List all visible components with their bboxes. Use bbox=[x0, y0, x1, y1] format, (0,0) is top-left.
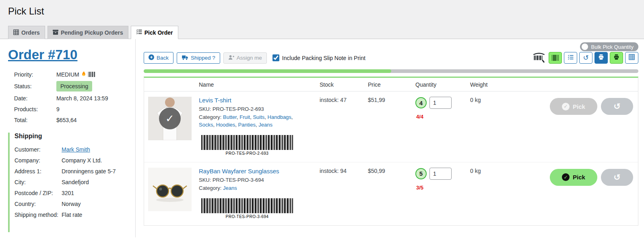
category-link[interactable]: Jeans bbox=[258, 122, 272, 128]
total-row: Total: $653,64 bbox=[14, 114, 132, 125]
back-button[interactable]: Back bbox=[144, 52, 173, 64]
content: Order #710 Priority: MEDIUM Status: Proc… bbox=[0, 39, 644, 237]
category-link[interactable]: Socks bbox=[199, 122, 216, 128]
category-label: Category: bbox=[199, 185, 221, 191]
quantity-input[interactable] bbox=[429, 97, 452, 109]
barcode-scanner-icon bbox=[533, 53, 545, 63]
order-details-panel: Order #710 Priority: MEDIUM Status: Proc… bbox=[0, 39, 136, 237]
bulk-pick-quantity-toggle[interactable]: Bulk Pick Quantity bbox=[580, 42, 639, 51]
quantity-badge: 4 bbox=[415, 97, 427, 108]
category-link[interactable]: Handbags bbox=[268, 114, 293, 120]
picked-check-overlay: ✓ bbox=[159, 108, 181, 129]
shipping-section: Shipping Customer: Mark Smith Company: C… bbox=[8, 133, 132, 232]
product-categories: Category: Jeans bbox=[199, 185, 300, 192]
products-value: 9 bbox=[56, 106, 60, 112]
address1-value: Dronningens gate 5-7 bbox=[62, 168, 116, 175]
category-link[interactable]: Hoodies bbox=[216, 122, 238, 128]
city-label: City: bbox=[14, 179, 62, 185]
pick-list-view-button[interactable] bbox=[564, 52, 577, 64]
undo-icon: ↺ bbox=[613, 102, 621, 111]
print-button[interactable] bbox=[594, 52, 608, 64]
status-label: Status: bbox=[14, 83, 56, 89]
undo-pick-button[interactable]: ↺ bbox=[601, 98, 633, 115]
name-column-header: Name bbox=[196, 78, 316, 91]
city-value: Sandefjord bbox=[62, 179, 89, 185]
category-link[interactable]: Butter bbox=[223, 114, 239, 120]
status-badge: Processing bbox=[56, 81, 92, 91]
tab-pending-pickup-orders[interactable]: Pending Pickup Orders bbox=[47, 26, 128, 39]
assign-me-button[interactable]: Assign me bbox=[223, 52, 267, 64]
category-link[interactable]: Jeans bbox=[223, 185, 237, 191]
pick-button[interactable]: ✓ Pick bbox=[550, 169, 597, 186]
product-categories: Category: ButterFruitSuitsHandbagsSocksH… bbox=[199, 114, 300, 129]
progress-fill bbox=[144, 69, 391, 73]
price-column-header: Price bbox=[365, 78, 412, 91]
tab-bar: Orders Pending Pickup Orders Pick Order bbox=[0, 26, 644, 39]
shipping-method-value: Flat rate bbox=[62, 212, 82, 218]
reset-button[interactable]: ↺ bbox=[579, 52, 592, 64]
table-view-button[interactable] bbox=[625, 52, 638, 64]
product-image[interactable] bbox=[148, 168, 192, 211]
scan-barcode-button[interactable] bbox=[549, 52, 562, 64]
list-check-icon bbox=[136, 29, 142, 36]
price-cell: $50,99 bbox=[365, 162, 412, 225]
table-icon bbox=[13, 29, 19, 36]
weight-cell: 0 kg bbox=[467, 91, 535, 162]
pick-button[interactable]: ✓ Pick bbox=[550, 98, 597, 115]
tab-orders[interactable]: Orders bbox=[8, 26, 45, 39]
product-name-link[interactable]: RayBan Wayfarer Sunglasses bbox=[199, 168, 279, 175]
stock-cell: instock: 94 bbox=[316, 162, 365, 225]
date-value: March 8, 2024 13:59 bbox=[56, 95, 108, 102]
customer-link[interactable]: Mark Smith bbox=[62, 146, 90, 153]
back-label: Back bbox=[157, 55, 169, 61]
category-link[interactable]: Panties bbox=[238, 122, 259, 128]
toolbar: Back Shipped ? Assign me bbox=[144, 52, 638, 64]
toggle-knob-icon bbox=[582, 44, 588, 50]
weight-column-header: Weight bbox=[467, 78, 535, 91]
order-title-link[interactable]: Order #710 bbox=[8, 47, 77, 62]
quantity-column-header: Quantity bbox=[412, 78, 467, 91]
product-image[interactable]: ✓ bbox=[148, 97, 192, 140]
packing-slip-option[interactable]: Include Packing Slip Note in Print bbox=[272, 54, 365, 61]
product-sku: SKU: PRO-TES-PRO-3-694 bbox=[199, 177, 313, 183]
category-link[interactable]: Suits bbox=[253, 114, 267, 120]
product-name-link[interactable]: Levis T-shirt bbox=[199, 97, 231, 104]
quantity-input[interactable] bbox=[429, 168, 452, 180]
shipped-button[interactable]: Shipped ? bbox=[177, 52, 220, 64]
tab-label: Pick Order bbox=[144, 29, 173, 36]
date-label: Date: bbox=[14, 95, 56, 102]
pick-label: Pick bbox=[573, 103, 585, 110]
packing-slip-label: Include Packing Slip Note in Print bbox=[282, 55, 365, 61]
stock-cell: instock: 47 bbox=[316, 91, 365, 162]
undo-icon: ↺ bbox=[613, 172, 621, 182]
print-picked-button[interactable] bbox=[610, 52, 623, 64]
person-plus-icon bbox=[228, 55, 234, 61]
list-check-icon bbox=[568, 54, 574, 62]
print-icon bbox=[598, 54, 604, 62]
picked-fraction: 4/4 bbox=[416, 114, 464, 120]
barcode-text: PRO-TES-PRO-3-694 bbox=[201, 214, 293, 219]
barcode-icon bbox=[88, 72, 95, 77]
category-link[interactable]: Fruit bbox=[239, 114, 253, 120]
products-row: Products: 9 bbox=[14, 104, 132, 114]
stock-column-header: Stock bbox=[316, 78, 365, 91]
packing-slip-checkbox[interactable] bbox=[272, 54, 279, 61]
priority-label: Priority: bbox=[14, 71, 56, 78]
total-label: Total: bbox=[14, 117, 56, 123]
check-circle-icon: ✓ bbox=[562, 173, 570, 181]
customer-label: Customer: bbox=[14, 146, 62, 153]
print-icon bbox=[613, 54, 619, 62]
tab-label: Orders bbox=[21, 29, 40, 36]
tab-pick-order[interactable]: Pick Order bbox=[131, 26, 178, 39]
country-label: Country: bbox=[14, 201, 62, 207]
priority-value: MEDIUM bbox=[56, 71, 79, 78]
flame-icon bbox=[81, 71, 86, 78]
actions-column-header bbox=[535, 78, 638, 91]
undo-pick-button[interactable]: ↺ bbox=[601, 169, 633, 186]
pick-list-page: Pick List Orders Pending Pickup Orders P… bbox=[0, 0, 644, 239]
page-title: Pick List bbox=[0, 0, 644, 26]
postcode-label: Postcode / ZIP: bbox=[14, 190, 62, 196]
product-barcode: PRO-TES-PRO-2-693 bbox=[199, 132, 295, 157]
product-sku: SKU: PRO-TES-PRO-2-693 bbox=[199, 106, 313, 112]
shipping-method-row: Shipping method: Flat rate bbox=[14, 209, 132, 220]
